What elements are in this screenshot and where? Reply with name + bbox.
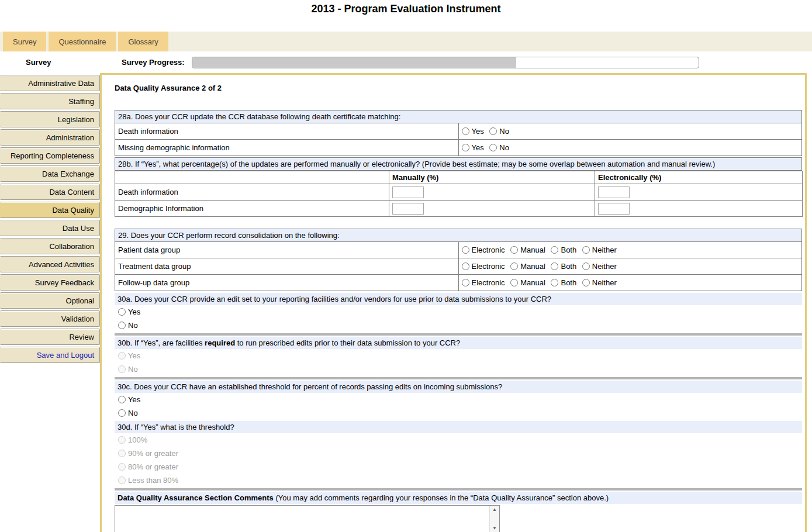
- textarea-scrollbar[interactable]: ▲ ▼: [489, 506, 499, 532]
- q30a-no-option[interactable]: No: [118, 321, 138, 330]
- q29-treatment-electronic-option[interactable]: Electronic: [462, 262, 505, 271]
- q28a-demo-yes-option[interactable]: Yes: [462, 143, 484, 152]
- q28a-row-death-label: Death information: [115, 123, 459, 140]
- sidebar-item-staffing[interactable]: Staffing: [0, 93, 100, 109]
- sidebar-item-data-use[interactable]: Data Use: [0, 220, 100, 236]
- q29-followup-both-radio[interactable]: [551, 279, 558, 286]
- q28a-death-options: Yes No: [458, 123, 802, 140]
- sidebar-item-advanced-activities[interactable]: Advanced Activities: [0, 256, 100, 272]
- q28b-death-manual-cell: [389, 184, 595, 201]
- q29-patient-both-radio[interactable]: [551, 246, 558, 254]
- q29-treatment-both-option[interactable]: Both: [551, 262, 576, 271]
- q30c-yes-label: Yes: [128, 395, 140, 404]
- q30b-no-radio: [118, 365, 126, 373]
- q28b-table: Manually (%) Electronically (%) Death in…: [115, 171, 803, 217]
- sidebar-item-validation[interactable]: Validation: [0, 310, 100, 327]
- tab-survey[interactable]: Survey: [3, 32, 46, 51]
- subheader: Survey Survey Progress:: [0, 51, 812, 73]
- q28b-death-electronic-input[interactable]: [598, 186, 630, 198]
- q29-treatment-manual-option[interactable]: Manual: [510, 262, 545, 271]
- q28a-death-no-option[interactable]: No: [489, 127, 509, 136]
- q28a-death-no-radio[interactable]: [489, 127, 497, 135]
- q28a-demo-no-option[interactable]: No: [489, 143, 509, 152]
- section-separator: [115, 333, 802, 336]
- q29-treatment-manual-radio[interactable]: [510, 262, 518, 270]
- current-section-label: Survey: [0, 58, 100, 67]
- q30a-header: 30a. Does your CCR provide an edit set t…: [115, 293, 802, 305]
- q29-followup-electronic-option[interactable]: Electronic: [462, 278, 505, 287]
- survey-progress-label: Survey Progress:: [122, 58, 185, 67]
- q29-patient-electronic-radio[interactable]: [462, 246, 469, 254]
- q29-patient-manual-option[interactable]: Manual: [510, 246, 545, 254]
- q28a-death-yes-option[interactable]: Yes: [462, 127, 484, 136]
- q29-followup-both-option[interactable]: Both: [551, 278, 576, 287]
- q30c-no-radio[interactable]: [118, 409, 126, 417]
- q30b-yes-radio: [118, 352, 126, 360]
- q29-patient-electronic-option[interactable]: Electronic: [462, 246, 505, 254]
- scroll-down-icon[interactable]: ▼: [492, 526, 497, 531]
- comments-textarea[interactable]: [115, 506, 489, 532]
- q29-patient-neither-option[interactable]: Neither: [582, 246, 617, 254]
- q28a-demo-no-radio[interactable]: [489, 144, 497, 151]
- q28a-death-yes-radio[interactable]: [462, 127, 469, 135]
- sidebar-item-save-and-logout[interactable]: Save and Logout: [0, 347, 100, 363]
- comments-box: ▲ ▼: [115, 505, 500, 532]
- q30a-yes-radio[interactable]: [118, 308, 126, 316]
- q29-followup-neither-option[interactable]: Neither: [582, 278, 617, 287]
- q29-treatment-neither-option[interactable]: Neither: [582, 262, 617, 271]
- sidebar-item-data-exchange[interactable]: Data Exchange: [0, 165, 100, 182]
- sidebar-item-administrative-data[interactable]: Administrative Data: [0, 75, 100, 91]
- q29-treatment-electronic-radio[interactable]: [462, 262, 469, 270]
- q30a-no-radio[interactable]: [118, 322, 126, 329]
- sidebar-item-administration[interactable]: Administration: [0, 129, 100, 146]
- q30c-yes-row: Yes: [115, 393, 802, 406]
- q29-patient-manual-radio[interactable]: [510, 246, 518, 254]
- sidebar-item-legislation[interactable]: Legislation: [0, 111, 100, 127]
- q29-treatment-both-radio[interactable]: [551, 262, 558, 270]
- q30c-yes-radio[interactable]: [118, 396, 126, 403]
- q30d-80-row: 80% or greater: [115, 460, 802, 474]
- q30d-80-radio: [118, 463, 126, 471]
- sidebar-item-reporting-completeness[interactable]: Reporting Completeness: [0, 147, 100, 164]
- q30b-header: 30b. If “Yes”, are facilities required t…: [115, 337, 802, 349]
- q29-treatment-neither-radio[interactable]: [582, 262, 590, 270]
- q29-followup-manual-label: Manual: [520, 278, 545, 287]
- q28a-demo-yes-radio[interactable]: [462, 144, 469, 151]
- sidebar-item-collaboration[interactable]: Collaboration: [0, 238, 100, 254]
- q29-patient-both-option[interactable]: Both: [551, 246, 576, 254]
- sidebar-item-data-content[interactable]: Data Content: [0, 184, 100, 200]
- q30d-90-radio: [118, 450, 126, 457]
- q29-followup-manual-option[interactable]: Manual: [510, 278, 545, 287]
- scroll-up-icon[interactable]: ▲: [492, 507, 497, 512]
- q30d-less80-row: Less than 80%: [115, 474, 802, 487]
- q29-followup-electronic-radio[interactable]: [462, 279, 469, 286]
- q29-patient-electronic-label: Electronic: [472, 246, 505, 254]
- sidebar-item-survey-feedback[interactable]: Survey Feedback: [0, 274, 100, 291]
- page-title: 2013 - Program Evaluation Instrument: [0, 0, 812, 32]
- q30a-no-row: No: [115, 319, 802, 332]
- q29-treatment-neither-label: Neither: [592, 262, 617, 271]
- q30a-yes-label: Yes: [128, 308, 140, 316]
- q30c-no-option[interactable]: No: [118, 409, 138, 417]
- sidebar-item-optional[interactable]: Optional: [0, 292, 100, 309]
- tab-glossary[interactable]: Glossary: [118, 32, 168, 51]
- sidebar-item-data-quality[interactable]: Data Quality: [0, 202, 100, 218]
- q29-followup-neither-radio[interactable]: [582, 279, 590, 286]
- q30c-yes-option[interactable]: Yes: [118, 395, 140, 404]
- q29-patient-manual-label: Manual: [520, 246, 545, 254]
- q28b-demo-electronic-input[interactable]: [598, 203, 630, 215]
- q30d-100-radio: [118, 436, 126, 444]
- q28b-blank-header-cell: [115, 171, 389, 184]
- q29-patient-neither-radio[interactable]: [582, 246, 590, 254]
- q28b-demo-manual-input[interactable]: [392, 203, 424, 215]
- q30b-yes-row: Yes: [115, 349, 802, 362]
- q30b-yes-option: Yes: [118, 351, 140, 360]
- tab-bar: Survey Questionnaire Glossary: [0, 32, 812, 51]
- q30b-header-suffix: to run prescribed edits prior to their d…: [235, 338, 460, 347]
- q29-followup-manual-radio[interactable]: [510, 279, 518, 286]
- q28b-death-manual-input[interactable]: [392, 186, 424, 198]
- q30a-yes-option[interactable]: Yes: [118, 308, 140, 316]
- q28a-death-no-label: No: [499, 127, 509, 136]
- sidebar-item-review[interactable]: Review: [0, 329, 100, 345]
- tab-questionnaire[interactable]: Questionnaire: [49, 32, 116, 51]
